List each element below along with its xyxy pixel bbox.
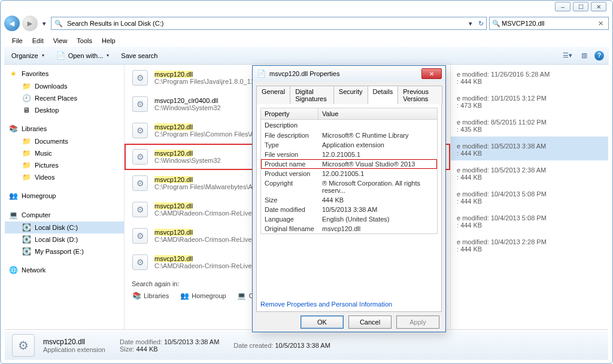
search-box[interactable]: 🔍 ✕ — [489, 17, 609, 30]
date-modified-value: 10/5/2013 3:38 AM — [164, 338, 219, 345]
file-type-icon: ⚙ — [131, 121, 150, 140]
menu-bar: File Edit View Tools Help — [4, 34, 609, 47]
search-again-libraries[interactable]: 📚Libraries — [132, 291, 169, 301]
sidebar-item-drive-c[interactable]: 💽Local Disk (C:) — [5, 222, 124, 233]
search-again-homegroup[interactable]: 👥Homegroup — [180, 291, 226, 301]
result-path: C:\AMD\Radeon-Crimson-ReLive-17.1 — [154, 262, 267, 269]
sidebar-item-videos[interactable]: 📁Videos — [5, 171, 124, 183]
sidebar-computer-head[interactable]: 💻Computer — [5, 208, 124, 222]
sidebar-item-desktop[interactable]: 🖥Desktop — [5, 104, 124, 116]
forward-button[interactable]: ► — [22, 16, 38, 31]
prop-row: TypeApplication extension — [261, 140, 437, 150]
breadcrumb[interactable]: Search Results in Local Disk (C:) — [67, 20, 465, 27]
size-label: Size: — [120, 345, 134, 353]
navigation-row: ◄ ► ▾ 🔍 Search Results in Local Disk (C:… — [4, 15, 609, 32]
result-filename: msvcp120_clr0400.dll — [154, 97, 221, 104]
dialog-buttons: OK Cancel Apply — [253, 316, 445, 335]
prop-row-product-name: Product nameMicrosoft® Visual Studio® 20… — [261, 159, 437, 169]
result-meta-block: e modified: 8/5/2015 11:02 PM : 435 KB — [451, 113, 608, 136]
minimize-button[interactable]: – — [555, 2, 570, 11]
sidebar-favorites-head[interactable]: ★Favorites — [5, 67, 124, 80]
tab-previous-versions[interactable]: Previous Versions — [397, 86, 442, 104]
folder-icon: 📁 — [22, 136, 31, 146]
history-dropdown[interactable]: ▾ — [40, 19, 48, 28]
preview-pane-button[interactable]: ▥ — [578, 50, 591, 62]
clear-search-button[interactable]: ✕ — [596, 20, 606, 28]
result-path: C:\AMD\Radeon-Crimson-ReLive-17.1 — [154, 210, 267, 217]
computer-icon: 💻 — [8, 210, 18, 220]
prop-row: File descriptionMicrosoft® C Runtime Lib… — [261, 131, 437, 140]
open-with-button[interactable]: 📄Open with... — [54, 49, 114, 62]
maximize-button[interactable]: ☐ — [573, 2, 588, 11]
file-icon: 📄 — [256, 69, 266, 78]
sidebar-item-drive-e[interactable]: 💽My Passport (E:) — [5, 245, 124, 257]
folder-icon: 📁 — [22, 172, 31, 182]
menu-help[interactable]: Help — [98, 36, 120, 46]
dialog-titlebar[interactable]: 📄 msvcp120.dll Properties ✕ — [253, 66, 445, 81]
col-header-property[interactable]: Property — [261, 108, 318, 119]
address-dropdown-icon[interactable]: ▾ — [469, 20, 472, 28]
sidebar-item-recent[interactable]: 🕘Recent Places — [5, 92, 124, 104]
tab-general[interactable]: General — [256, 86, 290, 104]
search-input[interactable] — [502, 20, 596, 27]
search-location-icon: 🔍 — [54, 19, 63, 28]
view-mode-button[interactable]: ☰▾ — [561, 50, 574, 62]
sidebar-homegroup-head[interactable]: 👥Homegroup — [5, 189, 124, 202]
property-grid: Property Value Description File descript… — [260, 108, 438, 234]
result-path: C:\Program Files\Malwarebytes\Anti- — [154, 183, 262, 190]
dialog-close-button[interactable]: ✕ — [421, 68, 442, 79]
sidebar-libraries-head[interactable]: 📚Libraries — [5, 122, 124, 135]
result-meta-block: e modified: 11/26/2016 5:28 AM : 444 KB — [451, 65, 608, 89]
menu-file[interactable]: File — [8, 36, 27, 46]
prop-row: File version12.0.21005.1 — [261, 150, 437, 159]
organize-button[interactable]: Organize — [9, 50, 49, 61]
sidebar-item-pictures[interactable]: 📁Pictures — [5, 159, 124, 171]
network-icon: 🌐 — [8, 265, 18, 275]
result-path: C:\AMD\Radeon-Crimson-ReLive-17.1 — [154, 236, 267, 243]
ok-button[interactable]: OK — [301, 316, 344, 329]
result-meta-block: e modified: 10/5/2013 3:38 AM : 444 KB — [451, 136, 608, 160]
remove-properties-link[interactable]: Remove Properties and Personal Informati… — [260, 301, 438, 308]
help-button[interactable]: ? — [594, 51, 604, 60]
tab-details[interactable]: Details — [368, 86, 399, 104]
menu-tools[interactable]: Tools — [72, 36, 96, 46]
sidebar: ★Favorites 📁Downloads 🕘Recent Places 🖥De… — [5, 65, 125, 329]
sidebar-item-music[interactable]: 📁Music — [5, 147, 124, 159]
sidebar-item-documents[interactable]: 📁Documents — [5, 135, 124, 147]
category-description: Description — [261, 120, 437, 131]
file-type-icon: ⚙ — [131, 200, 150, 219]
refresh-icon[interactable]: ↻ — [478, 20, 484, 28]
result-filename: msvcp120.dll — [154, 176, 262, 183]
menu-edit[interactable]: Edit — [28, 36, 48, 46]
date-modified-label: Date modified: — [120, 338, 162, 345]
menu-view[interactable]: View — [49, 36, 72, 46]
file-type-icon: ⚙ — [131, 147, 150, 166]
recent-icon: 🕘 — [22, 93, 31, 103]
dialog-title: msvcp120.dll Properties — [269, 70, 418, 77]
open-with-icon: 📄 — [56, 51, 66, 60]
file-type-icon: ⚙ — [131, 226, 150, 245]
sidebar-network-head[interactable]: 🌐Network — [5, 263, 124, 277]
file-type-icon: ⚙ — [131, 174, 150, 193]
properties-dialog: 📄 msvcp120.dll Properties ✕ General Digi… — [252, 65, 446, 332]
tab-security[interactable]: Security — [333, 86, 368, 104]
col-header-value[interactable]: Value — [318, 108, 437, 119]
back-button[interactable]: ◄ — [4, 16, 20, 31]
sidebar-item-drive-d[interactable]: 💽Local Disk (D:) — [5, 233, 124, 245]
folder-icon: 📁 — [22, 148, 31, 158]
date-created-label: Date created: — [233, 342, 273, 349]
computer-icon: 💻 — [237, 291, 247, 301]
cancel-button[interactable]: Cancel — [348, 316, 392, 329]
tab-digital-signatures[interactable]: Digital Signatures — [290, 86, 334, 104]
prop-row: Product version12.00.21005.1 — [261, 169, 437, 178]
star-icon: ★ — [8, 69, 18, 78]
close-window-button[interactable]: ✕ — [591, 2, 606, 11]
result-meta-block: e modified: 10/4/2013 2:28 PM : 444 KB — [451, 232, 608, 256]
apply-button[interactable]: Apply — [396, 316, 439, 329]
address-bar[interactable]: 🔍 Search Results in Local Disk (C:) ▾ ↻ — [51, 17, 487, 30]
homegroup-icon: 👥 — [180, 291, 189, 301]
save-search-button[interactable]: Save search — [119, 50, 162, 61]
result-filename: msvcp120.dll — [154, 150, 221, 157]
sidebar-item-downloads[interactable]: 📁Downloads — [5, 80, 124, 92]
folder-icon: 📁 — [22, 81, 31, 91]
